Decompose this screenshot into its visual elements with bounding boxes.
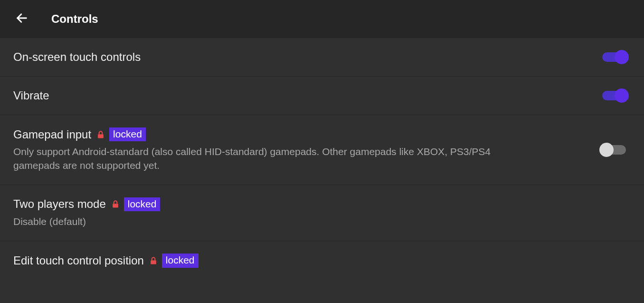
setting-subtitle: Disable (default) <box>13 215 160 228</box>
locked-badge: locked <box>109 127 146 141</box>
toggle-gamepad[interactable] <box>602 145 626 155</box>
lock-icon <box>149 256 158 265</box>
app-bar: Controls <box>0 0 644 38</box>
setting-gamepad[interactable]: Gamepad input locked Only support Androi… <box>0 115 644 185</box>
setting-text: Edit touch control position locked <box>13 254 199 267</box>
setting-vibrate[interactable]: Vibrate <box>0 76 644 115</box>
setting-text: Vibrate <box>13 89 49 102</box>
lock-icon <box>111 199 120 209</box>
svg-rect-2 <box>113 204 118 208</box>
setting-text: Two players mode locked Disable (default… <box>13 197 160 229</box>
toggle-vibrate[interactable] <box>602 91 626 100</box>
page-title: Controls <box>51 12 98 26</box>
setting-subtitle: Only support Android-standard (also call… <box>13 145 536 172</box>
setting-text: Gamepad input locked Only support Androi… <box>13 127 536 172</box>
setting-title: Gamepad input <box>13 128 91 141</box>
setting-title: On-screen touch controls <box>13 50 141 64</box>
toggle-touch-controls[interactable] <box>602 52 626 62</box>
svg-rect-1 <box>98 134 104 138</box>
locked-badge: locked <box>162 254 199 267</box>
toggle-thumb <box>615 50 629 64</box>
setting-edit-touch-position[interactable]: Edit touch control position locked <box>0 241 644 280</box>
setting-title: Vibrate <box>13 89 49 102</box>
locked-badge: locked <box>124 197 161 211</box>
setting-two-players[interactable]: Two players mode locked Disable (default… <box>0 185 644 241</box>
toggle-thumb <box>599 143 614 157</box>
back-icon[interactable] <box>15 11 28 27</box>
setting-title: Edit touch control position <box>13 254 144 267</box>
toggle-thumb <box>615 88 629 103</box>
settings-list: On-screen touch controls Vibrate Gamepad… <box>0 38 644 280</box>
svg-rect-3 <box>151 260 156 264</box>
setting-touch-controls[interactable]: On-screen touch controls <box>0 38 644 76</box>
lock-icon <box>96 130 105 139</box>
setting-title: Two players mode <box>13 197 106 211</box>
setting-text: On-screen touch controls <box>13 50 141 64</box>
